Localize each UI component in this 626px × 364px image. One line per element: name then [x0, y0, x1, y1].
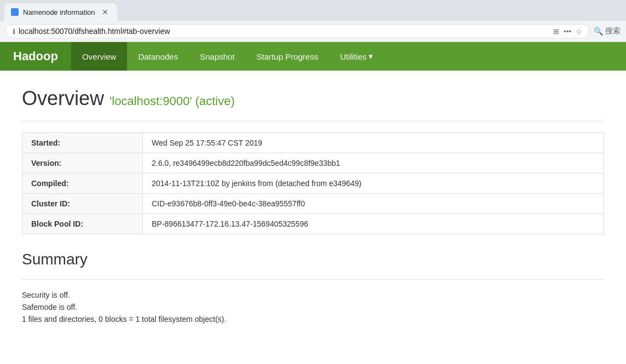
nav-item-utilities[interactable]: Utilities ▾ — [329, 42, 384, 71]
row-label: Block Pool ID: — [22, 214, 143, 234]
tab-title: Namenode information — [23, 8, 95, 16]
utilities-label: Utilities — [340, 52, 366, 61]
divider — [22, 121, 604, 122]
address-text: localhost:50070/dfshealth.html#tab-overv… — [19, 27, 550, 36]
search-box[interactable]: 🔍 搜索 — [594, 26, 621, 36]
summary-title: Summary — [22, 251, 604, 268]
row-label: Started: — [22, 133, 143, 153]
table-row: Compiled: 2014-11-13T21:10Z by jenkins f… — [22, 174, 604, 194]
qr-icon[interactable]: ⊞ — [553, 27, 559, 36]
summary-line-2: 1 files and directories, 0 blocks = 1 to… — [22, 315, 604, 323]
main-content: Overview 'localhost:9000' (active) Start… — [0, 71, 626, 343]
page-subtitle: 'localhost:9000' (active) — [110, 94, 235, 108]
browser-chrome: Namenode information ✕ ℹ localhost:50070… — [0, 0, 626, 42]
nav-item-label: Overview — [82, 52, 117, 61]
nav-item-label: Startup Progress — [256, 52, 318, 61]
row-value: Wed Sep 25 17:55:47 CST 2019 — [143, 133, 604, 153]
row-value: BP-896613477-172.16.13.47-1569405325596 — [143, 214, 604, 234]
search-icon: 🔍 — [594, 27, 603, 36]
nav-item-label: Datanodes — [138, 52, 178, 61]
row-value: 2014-11-13T21:10Z by jenkins from (detac… — [143, 174, 604, 194]
bookmark-icon[interactable]: ☆ — [576, 27, 582, 36]
table-row: Started: Wed Sep 25 17:55:47 CST 2019 — [22, 133, 604, 153]
navbar-nav: Overview Datanodes Snapshot Startup Prog… — [71, 42, 384, 71]
nav-item-overview[interactable]: Overview — [71, 42, 128, 71]
nav-item-datanodes[interactable]: Datanodes — [127, 42, 189, 71]
search-label: 搜索 — [605, 26, 621, 36]
summary-line-1: Safemode is off. — [22, 303, 604, 311]
more-icon[interactable]: ••• — [564, 27, 571, 36]
tab-close-button[interactable]: ✕ — [100, 7, 111, 18]
row-label: Version: — [22, 153, 143, 174]
active-tab[interactable]: Namenode information ✕ — [4, 3, 117, 21]
page-title: Overview 'localhost:9000' (active) — [22, 87, 604, 110]
summary-divider — [22, 279, 604, 280]
table-row: Version: 2.6.0, re3496499ecb8d220fba99dc… — [22, 153, 604, 174]
address-bar-row: ℹ localhost:50070/dfshealth.html#tab-ove… — [0, 21, 626, 42]
row-label: Compiled: — [22, 174, 143, 194]
nav-item-label: Snapshot — [200, 52, 234, 61]
address-bar[interactable]: ℹ localhost:50070/dfshealth.html#tab-ove… — [5, 24, 589, 38]
table-row: Block Pool ID: BP-896613477-172.16.13.47… — [22, 214, 604, 234]
navbar: Hadoop Overview Datanodes Snapshot Start… — [0, 42, 626, 71]
tab-favicon — [11, 8, 19, 16]
nav-item-startup-progress[interactable]: Startup Progress — [245, 42, 329, 71]
navbar-brand[interactable]: Hadoop — [0, 42, 71, 71]
row-value: CID-e93676b8-0ff3-49e0-be4c-38ea95557ff0 — [143, 194, 604, 214]
row-label: Cluster ID: — [22, 194, 143, 214]
utilities-dropdown-label: Utilities ▾ — [340, 51, 373, 61]
summary-line-0: Security is off. — [22, 291, 604, 299]
address-bar-actions: ⊞ ••• ☆ — [553, 27, 582, 36]
nav-item-snapshot[interactable]: Snapshot — [189, 42, 245, 71]
tab-bar: Namenode information ✕ — [0, 0, 626, 21]
security-icon: ℹ — [13, 27, 15, 36]
dropdown-arrow-icon: ▾ — [369, 51, 373, 61]
brand-label: Hadoop — [13, 49, 58, 63]
info-table: Started: Wed Sep 25 17:55:47 CST 2019 Ve… — [22, 132, 604, 234]
row-value: 2.6.0, re3496499ecb8d220fba99dc5ed4c99c8… — [143, 153, 604, 174]
table-row: Cluster ID: CID-e93676b8-0ff3-49e0-be4c-… — [22, 194, 604, 214]
